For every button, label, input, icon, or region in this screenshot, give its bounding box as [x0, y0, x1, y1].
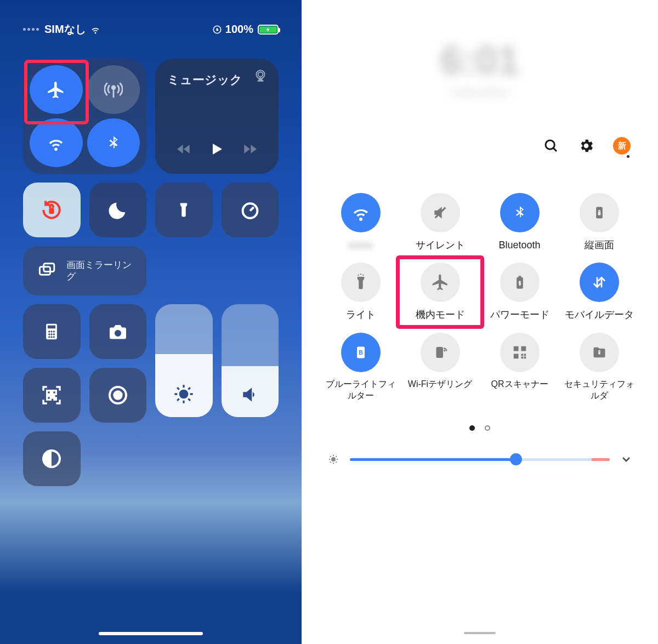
svg-point-2: [112, 86, 115, 89]
svg-text:B: B: [359, 349, 363, 355]
svg-rect-38: [521, 346, 526, 351]
brightness-slider[interactable]: [155, 304, 213, 417]
lockscreen-clock: 6:01 xx月xx日(x): [324, 0, 636, 137]
bluelight-icon: B: [353, 344, 368, 361]
svg-point-4: [258, 72, 263, 77]
svg-point-15: [48, 333, 50, 335]
battery-recycle-icon: [512, 273, 527, 292]
airplane-mode-toggle[interactable]: [30, 65, 83, 114]
play-icon[interactable]: [207, 140, 226, 158]
svg-rect-23: [47, 396, 51, 400]
page-indicator[interactable]: [324, 425, 636, 431]
next-track-icon[interactable]: [241, 140, 259, 158]
calculator-tile[interactable]: [23, 304, 81, 359]
qs-airplane[interactable]: 機内モード: [396, 255, 484, 328]
orientation-lock-icon: [39, 198, 64, 222]
dark-mode-tile[interactable]: [23, 431, 81, 486]
speaker-icon: [240, 384, 260, 405]
svg-point-45: [332, 458, 335, 461]
moon-icon: [107, 199, 129, 221]
airplane-icon: [46, 80, 66, 100]
brightness-thumb[interactable]: [510, 453, 522, 465]
qs-power-mode[interactable]: パワーモード: [483, 263, 557, 321]
wifi-toggle[interactable]: [30, 118, 83, 167]
svg-point-17: [53, 333, 55, 335]
carrier-label: SIMなし: [44, 22, 86, 37]
portrait-lock-icon: [592, 203, 607, 222]
secure-folder-icon: [591, 345, 608, 360]
qs-flashlight[interactable]: ライト: [324, 263, 398, 321]
svg-rect-36: [436, 347, 443, 358]
brightness-track[interactable]: [350, 458, 610, 461]
timer-tile[interactable]: [222, 183, 279, 237]
svg-rect-42: [521, 356, 523, 358]
qs-bluelight[interactable]: B ブルーライトフィルター: [324, 333, 398, 402]
android-nav-indicator[interactable]: [464, 632, 496, 634]
antenna-toggle[interactable]: [87, 65, 140, 114]
screen-mirror-tile[interactable]: 画面ミラーリング: [23, 246, 146, 295]
qs-wifi[interactable]: xxxxx: [324, 193, 398, 252]
svg-rect-25: [54, 398, 56, 400]
brightness-slider-row: [324, 453, 636, 466]
flashlight-icon: [175, 199, 192, 221]
search-icon[interactable]: [543, 138, 559, 154]
new-badge[interactable]: 新: [613, 137, 631, 155]
svg-rect-1: [216, 29, 218, 31]
svg-rect-21: [47, 391, 51, 395]
svg-point-20: [53, 336, 55, 338]
music-tile[interactable]: ミュージック: [155, 59, 279, 174]
camera-icon: [106, 322, 129, 341]
data-arrows-icon: [591, 273, 608, 291]
flashlight-tile[interactable]: [155, 183, 213, 237]
svg-point-9: [242, 203, 257, 218]
qs-secure-folder[interactable]: セキュリティフォルダ: [562, 333, 636, 402]
svg-rect-11: [48, 326, 55, 329]
signal-dots-icon: [23, 28, 39, 31]
screen-record-tile[interactable]: [89, 368, 147, 423]
ios-control-center: SIMなし 100% ミュ: [0, 0, 302, 644]
svg-point-8: [180, 390, 188, 397]
antenna-icon: [104, 81, 123, 99]
tether-icon: [432, 344, 449, 361]
qs-bluetooth[interactable]: Bluetooth: [483, 193, 557, 252]
ios-status-bar: SIMなし 100%: [23, 22, 279, 37]
svg-point-13: [51, 330, 53, 332]
settings-gear-icon[interactable]: [578, 138, 594, 154]
svg-rect-33: [518, 276, 521, 278]
prev-track-icon[interactable]: [175, 140, 192, 158]
dnd-tile[interactable]: [89, 183, 147, 237]
flashlight-icon: [353, 273, 369, 292]
wifi-icon: [351, 203, 371, 223]
volume-slider[interactable]: [222, 304, 279, 417]
mute-icon: [432, 204, 449, 221]
chevron-down-icon[interactable]: [620, 453, 633, 466]
qs-mobile-data[interactable]: モバイルデータ: [562, 263, 636, 321]
svg-point-16: [51, 333, 53, 335]
airplane-icon: [431, 273, 450, 292]
svg-point-29: [546, 140, 554, 149]
mirror-label: 画面ミラーリング: [66, 259, 132, 283]
qs-tethering[interactable]: Wi-Fiテザリング: [403, 333, 477, 402]
connectivity-cluster: [23, 59, 146, 174]
calculator-icon: [42, 321, 61, 343]
qs-silent[interactable]: サイレント: [403, 193, 477, 252]
battery-icon: [258, 25, 279, 35]
contrast-icon: [41, 448, 63, 470]
ios-home-indicator[interactable]: [99, 632, 203, 635]
qs-orientation[interactable]: 縦画面: [562, 193, 636, 252]
qr-icon: [512, 344, 528, 361]
svg-rect-43: [524, 356, 526, 358]
record-icon: [107, 384, 129, 406]
mirror-icon: [37, 261, 56, 281]
orientation-lock-tile[interactable]: [23, 183, 81, 237]
svg-rect-39: [513, 354, 518, 358]
svg-rect-37: [513, 346, 518, 351]
wifi-icon: [89, 25, 101, 35]
camera-tile[interactable]: [89, 304, 147, 359]
battery-pct: 100%: [225, 23, 253, 36]
airplay-icon: [253, 69, 268, 83]
qr-scan-tile[interactable]: [23, 368, 81, 423]
qs-qr-scanner[interactable]: QRスキャナー: [483, 333, 557, 402]
svg-point-19: [51, 336, 53, 338]
bluetooth-toggle[interactable]: [87, 118, 140, 167]
